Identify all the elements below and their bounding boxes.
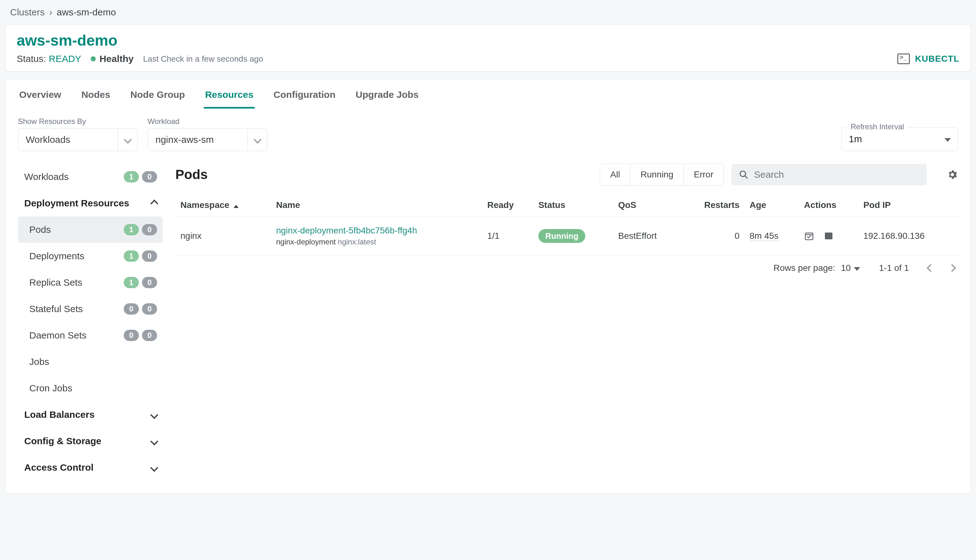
count-badge-other: 0: [142, 250, 157, 262]
col-age[interactable]: Age: [745, 194, 799, 217]
seg-error-button[interactable]: Error: [684, 164, 724, 185]
count-badge-healthy: 1: [124, 250, 139, 262]
sidebar-item-label: Cron Jobs: [29, 383, 72, 393]
cluster-header: aws-sm-demo Status: READY Healthy Last C…: [5, 25, 971, 72]
chevron-up-icon: [151, 198, 157, 208]
svg-rect-5: [825, 232, 832, 235]
status-badge: Running: [538, 229, 585, 243]
sidebar-item-label: Replica Sets: [29, 277, 82, 288]
sidebar-item-daemon-sets[interactable]: Daemon Sets 0 0: [18, 322, 163, 348]
svg-rect-2: [806, 233, 813, 240]
refresh-label: Refresh Interval: [847, 122, 907, 131]
pod-sub-text: nginx-deployment nginx:latest: [276, 238, 477, 246]
sidebar-section-label: Config & Storage: [24, 436, 101, 447]
col-qos[interactable]: QoS: [613, 194, 681, 217]
resource-sidebar: Workloads 1 0 Deployment Resources Pods …: [18, 163, 163, 481]
count-badge-healthy: 0: [124, 303, 139, 315]
chevron-down-icon: [151, 436, 157, 447]
page-range: 1-1 of 1: [879, 263, 909, 273]
caret-down-icon: [944, 134, 951, 144]
refresh-interval-select[interactable]: Refresh Interval 1m: [842, 127, 958, 151]
table-row: nginx nginx-deployment-5fb4bc756b-ffg4h …: [175, 217, 958, 255]
sidebar-section-label: Deployment Resources: [24, 198, 129, 208]
next-page-button[interactable]: [949, 263, 955, 273]
svg-line-1: [745, 176, 747, 178]
workload-label: Workload: [148, 117, 267, 126]
chevron-right-icon: [948, 264, 956, 272]
sidebar-section-label: Access Control: [24, 462, 94, 473]
count-badge-healthy: 1: [124, 224, 139, 235]
health-indicator: Healthy: [91, 53, 134, 64]
chevron-down-icon: [247, 129, 267, 151]
search-input[interactable]: [754, 169, 919, 180]
count-badge-healthy: 1: [124, 277, 139, 288]
health-dot-icon: [91, 56, 96, 62]
settings-button[interactable]: [947, 169, 958, 180]
terminal-window-icon: [824, 231, 834, 241]
sidebar-item-deployments[interactable]: Deployments 1 0: [18, 243, 163, 269]
sidebar-section-load-balancers[interactable]: Load Balancers: [18, 402, 163, 428]
shell-action-button[interactable]: [824, 231, 834, 241]
col-pod-ip[interactable]: Pod IP: [858, 194, 958, 217]
sidebar-item-label: Stateful Sets: [29, 303, 83, 314]
chevron-down-icon: [118, 129, 137, 151]
sort-asc-icon: [234, 202, 239, 210]
tabs: Overview Nodes Node Group Resources Conf…: [5, 79, 971, 109]
sidebar-item-replica-sets[interactable]: Replica Sets 1 0: [18, 269, 163, 296]
rpp-label: Rows per page:: [774, 263, 835, 273]
sidebar-item-cron-jobs[interactable]: Cron Jobs: [18, 375, 163, 402]
search-icon: [739, 170, 749, 179]
sidebar-item-workloads[interactable]: Workloads 1 0: [18, 163, 163, 190]
col-status[interactable]: Status: [533, 194, 613, 217]
workload-select[interactable]: nginx-aws-sm: [148, 128, 267, 151]
sidebar-section-access-control[interactable]: Access Control: [18, 454, 163, 481]
main-card: Overview Nodes Node Group Resources Conf…: [5, 79, 971, 493]
kubectl-button[interactable]: KUBECTL: [897, 53, 959, 64]
show-by-value: Workloads: [18, 134, 118, 145]
count-badge-healthy: 0: [124, 330, 139, 341]
col-namespace[interactable]: Namespace: [175, 194, 271, 217]
events-action-button[interactable]: [804, 231, 814, 241]
sidebar-section-deployment-resources[interactable]: Deployment Resources: [18, 190, 163, 217]
rpp-select[interactable]: 10: [841, 263, 860, 273]
pod-name-link[interactable]: nginx-deployment-5fb4bc756b-ffg4h: [276, 225, 477, 236]
sidebar-section-config-storage[interactable]: Config & Storage: [18, 428, 163, 454]
tab-overview[interactable]: Overview: [18, 85, 62, 108]
sidebar-item-pods[interactable]: Pods 1 0: [18, 217, 163, 243]
cell-age: 8m 45s: [750, 231, 779, 241]
seg-running-button[interactable]: Running: [630, 164, 684, 185]
col-restarts[interactable]: Restarts: [681, 194, 744, 217]
sidebar-item-label: Jobs: [29, 357, 49, 367]
cell-ready: 1/1: [482, 217, 533, 255]
sidebar-item-label: Workloads: [24, 172, 69, 182]
search-box[interactable]: [731, 164, 927, 185]
last-check-text: Last Check in a few seconds ago: [143, 54, 263, 64]
health-text: Healthy: [100, 53, 134, 64]
tab-nodes[interactable]: Nodes: [80, 85, 112, 108]
filter-row: Show Resources By Workloads Workload ngi…: [5, 109, 971, 151]
kubectl-label: KUBECTL: [915, 54, 959, 64]
show-by-select[interactable]: Workloads: [18, 128, 137, 151]
chevron-down-icon: [151, 409, 157, 420]
col-ready[interactable]: Ready: [482, 194, 533, 217]
chevron-down-icon: [151, 462, 157, 473]
seg-all-button[interactable]: All: [600, 164, 630, 185]
tab-node-group[interactable]: Node Group: [129, 85, 186, 108]
col-name[interactable]: Name: [271, 194, 482, 217]
prev-page-button[interactable]: [928, 263, 934, 273]
sidebar-item-jobs[interactable]: Jobs: [18, 348, 163, 375]
calendar-check-icon: [804, 231, 814, 241]
status-value: READY: [49, 53, 81, 64]
workload-value: nginx-aws-sm: [148, 134, 247, 145]
tab-configuration[interactable]: Configuration: [272, 85, 337, 108]
cluster-title: aws-sm-demo: [17, 32, 959, 49]
breadcrumb-root[interactable]: Clusters: [10, 7, 45, 18]
sidebar-item-stateful-sets[interactable]: Stateful Sets 0 0: [18, 296, 163, 322]
cell-restarts: 0: [681, 217, 744, 255]
count-badge-other: 0: [142, 330, 157, 341]
tab-resources[interactable]: Resources: [204, 85, 254, 108]
breadcrumb-current: aws-sm-demo: [57, 7, 116, 18]
cell-pod-ip: 192.168.90.136: [858, 217, 958, 255]
tab-upgrade-jobs[interactable]: Upgrade Jobs: [354, 85, 420, 108]
count-badge-healthy: 1: [124, 171, 139, 182]
